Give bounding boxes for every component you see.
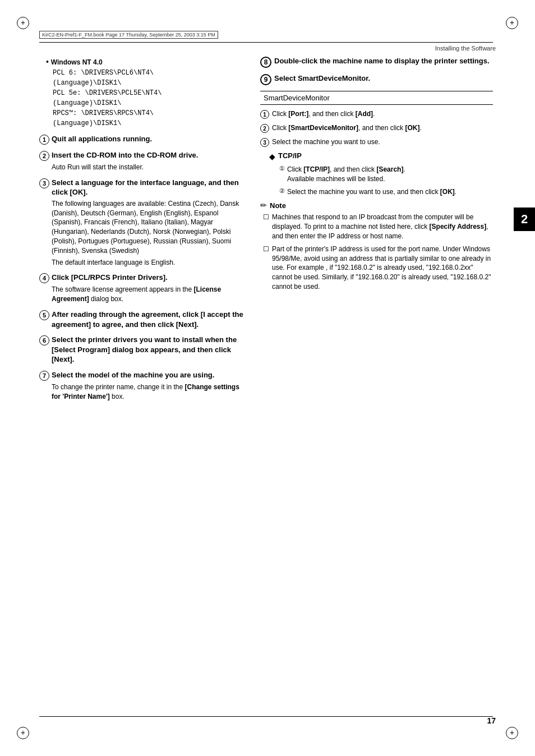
windows-nt-label: Windows NT 4.0 [46,56,247,68]
step-3-body-p2: The default interface language is Englis… [52,258,247,268]
tcpip-header: ◆ TCP/IP [269,151,493,162]
step-3-header: 3 Select a language for the interface la… [39,178,247,197]
corner-mark-br [506,727,518,739]
note-text-1: Machines that respond to an IP broadcast… [272,213,493,241]
sub-step-2: 2 Click [SmartDeviceMonitor], and then c… [260,123,493,133]
page-container: KirC2-EN-Pref1-F_FM.book Page 17 Thursda… [0,0,535,756]
step-9-header: 9 Select SmartDeviceMonitor. [260,73,493,85]
note-checkbox-2: ☐ [263,245,269,253]
step-6-header: 6 Select the printer drivers you want to… [39,335,247,365]
step-3-title: Select a language for the interface lang… [52,178,247,197]
note-item-1: ☐ Machines that respond to an IP broadca… [260,213,493,241]
step-9-num: 9 [260,74,271,85]
page-header: Installing the Software [435,45,496,52]
step-2-body-text: Auto Run will start the installer. [52,163,247,172]
tcpip-item-1-num: ① [279,165,285,172]
step-4-header: 4 Click [PCL/RPCS Printer Drivers]. [39,273,247,283]
step-5: 5 After reading through the agreement, c… [39,310,247,329]
tcpip-list: ① Click [TCP/IP], and then click [Search… [279,165,493,196]
note-pencil-icon: ✏ [260,201,267,210]
chapter-tab: 2 [514,208,535,231]
sub-step-1-num: 1 [260,110,269,119]
step-4: 4 Click [PCL/RPCS Printer Drivers]. The … [39,273,247,304]
top-rule [39,42,493,43]
note-header: ✏ Note [260,201,493,210]
step-6-title: Select the printer drivers you want to i… [52,335,247,365]
diamond-icon: ◆ [269,152,275,162]
windows-nt-section: Windows NT 4.0 PCL 6: \DRIVERS\PCL6\NT4\… [39,56,247,128]
step-8: 8 Double-click the machine name to displ… [260,56,493,68]
sub-step-2-text: Click [SmartDeviceMonitor], and then cli… [272,123,493,133]
step-7-body: To change the printer name, change it in… [52,382,247,402]
step-2-title: Insert the CD-ROM into the CD-ROM drive. [52,150,198,160]
tcpip-item-2-text: Select the machine you want to use, and … [287,187,456,197]
note-label: Note [270,201,286,210]
step-2: 2 Insert the CD-ROM into the CD-ROM driv… [39,150,247,172]
step-2-body: Auto Run will start the installer. [52,163,247,172]
note-checkbox-1: ☐ [263,213,269,221]
step-2-header: 2 Insert the CD-ROM into the CD-ROM driv… [39,150,247,161]
sub-step-3: 3 Select the machine you want to use. [260,137,493,147]
sub-step-1-text: Click [Port:], and then click [Add]. [272,109,493,119]
step-1-title: Quit all applications running. [52,134,152,144]
tcpip-label: TCP/IP [278,151,302,160]
corner-mark-bl [17,727,29,739]
step-4-num: 4 [39,273,49,283]
step-4-title: Click [PCL/RPCS Printer Drivers]. [52,273,168,283]
step-4-body: The software license agreement appears i… [52,285,247,304]
corner-mark-tr [506,17,518,29]
step-1-num: 1 [39,135,49,145]
step-9: 9 Select SmartDeviceMonitor. [260,73,493,85]
step-4-body-text: The software license agreement appears i… [52,285,247,304]
corner-mark-tl [17,17,29,29]
nt-paths: PCL 6: \DRIVERS\PCL6\NT4\ (Language)\DIS… [46,68,247,128]
tcpip-item-1-text: Click [TCP/IP], and then click [Search].… [287,165,405,184]
step-3-body: The following languages are available: C… [52,199,247,268]
two-col-layout: Windows NT 4.0 PCL 6: \DRIVERS\PCL6\NT4\… [39,56,493,407]
sdm-header: SmartDeviceMonitor [260,91,493,105]
left-column: Windows NT 4.0 PCL 6: \DRIVERS\PCL6\NT4\… [39,56,247,407]
note-block: ✏ Note ☐ Machines that respond to an IP … [260,201,493,291]
tcpip-item-2-num: ② [279,187,285,195]
step-5-header: 5 After reading through the agreement, c… [39,310,247,329]
bottom-rule [39,716,493,717]
page-number: 17 [487,716,496,725]
step-7-body-text: To change the printer name, change it in… [52,382,247,402]
step-7-num: 7 [39,371,49,381]
step-7-title: Select the model of the machine you are … [52,370,214,380]
step-2-num: 2 [39,151,49,161]
step-3: 3 Select a language for the interface la… [39,178,247,268]
step-6-num: 6 [39,335,49,345]
note-text-2: Part of the printer's IP address is used… [272,245,493,292]
note-item-2: ☐ Part of the printer's IP address is us… [260,245,493,292]
tcpip-item-1: ① Click [TCP/IP], and then click [Search… [279,165,493,184]
sub-step-2-num: 2 [260,124,269,133]
step-7-header: 7 Select the model of the machine you ar… [39,370,247,381]
step-3-body-p1: The following languages are available: C… [52,199,247,256]
step-7: 7 Select the model of the machine you ar… [39,370,247,402]
step-6: 6 Select the printer drivers you want to… [39,335,247,365]
step-1-header: 1 Quit all applications running. [39,134,247,145]
tcpip-block: ◆ TCP/IP ① Click [TCP/IP], and then clic… [269,151,493,196]
step-8-title: Double-click the machine name to display… [274,56,490,66]
sub-step-3-text: Select the machine you want to use. [272,137,493,147]
tcpip-item-2: ② Select the machine you want to use, an… [279,187,493,197]
step-8-header: 8 Double-click the machine name to displ… [260,56,493,68]
step-5-title: After reading through the agreement, cli… [52,310,247,329]
step-5-num: 5 [39,310,49,320]
step-9-title: Select SmartDeviceMonitor. [274,73,370,84]
content-area: Windows NT 4.0 PCL 6: \DRIVERS\PCL6\NT4\… [39,56,493,711]
file-info: KirC2-EN-Pref1-F_FM.book Page 17 Thursda… [39,31,218,39]
sub-step-1: 1 Click [Port:], and then click [Add]. [260,109,493,119]
step-8-num: 8 [260,57,271,68]
step-3-num: 3 [39,178,49,188]
right-column: 8 Double-click the machine name to displ… [260,56,493,407]
step-1: 1 Quit all applications running. [39,134,247,145]
sub-step-3-num: 3 [260,138,269,147]
windows-nt-bold: Windows NT 4.0 [51,58,103,66]
